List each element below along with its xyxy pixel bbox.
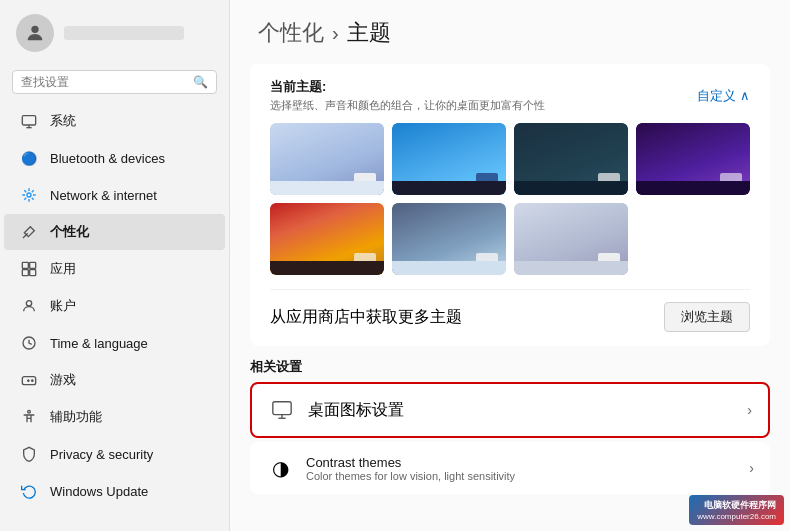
sidebar-item-system[interactable]: 系统 [4,103,225,139]
current-theme-card: 当前主题: 选择壁纸、声音和颜色的组合，让你的桌面更加富有个性 自定义 ∧ [250,64,770,346]
svg-rect-5 [22,262,28,268]
privacy-icon [20,445,38,463]
gaming-icon [20,371,38,389]
network-icon [20,186,38,204]
contrast-themes-icon: ◑ [266,454,294,482]
search-box[interactable]: 🔍 [12,70,217,94]
expand-icon: ∧ [740,88,750,103]
theme-item-3[interactable] [514,123,628,195]
sidebar-item-time-label: Time & language [50,336,148,351]
sidebar-item-personalization-label: 个性化 [50,223,89,241]
accessibility-icon [20,408,38,426]
page-header: 个性化 › 主题 [230,0,790,58]
more-themes-text: 从应用商店中获取更多主题 [270,307,462,328]
windows-update-icon [20,482,38,500]
svg-point-9 [26,301,31,306]
theme-item-1[interactable] [270,123,384,195]
sidebar-item-time[interactable]: Time & language [4,325,225,361]
browse-themes-button[interactable]: 浏览主题 [664,302,750,332]
theme-item-2[interactable] [392,123,506,195]
svg-point-14 [32,380,33,381]
setting-item-contrast-themes-left: ◑ Contrast themes Color themes for low v… [266,454,515,482]
current-theme-subtitle: 选择壁纸、声音和颜色的组合，让你的桌面更加富有个性 [270,98,545,113]
avatar [16,14,54,52]
sidebar-item-accessibility-label: 辅助功能 [50,408,102,426]
svg-rect-8 [30,270,36,276]
breadcrumb: 个性化 [258,18,324,48]
sidebar-item-privacy-label: Privacy & security [50,447,153,462]
apps-icon [20,260,38,278]
sidebar-item-gaming-label: 游戏 [50,371,76,389]
sidebar-item-windows-update[interactable]: Windows Update [4,473,225,509]
sidebar-item-bluetooth-label: Bluetooth & devices [50,151,165,166]
breadcrumb-arrow: › [332,22,339,45]
svg-rect-16 [273,402,291,415]
customize-link[interactable]: 自定义 ∧ [697,87,750,105]
svg-rect-1 [22,116,35,125]
system-icon [20,112,38,130]
theme-item-5[interactable] [270,203,384,275]
watermark-line2: www.computer26.com [697,512,776,521]
chevron-right-icon: › [747,402,752,418]
page-title: 主题 [347,18,391,48]
accounts-icon [20,297,38,315]
watermark-line1: 电脑软硬件程序网 [704,499,776,512]
user-name-placeholder [64,26,184,40]
setting-item-contrast-themes[interactable]: ◑ Contrast themes Color themes for low v… [250,442,770,494]
contrast-themes-sublabel: Color themes for low vision, light sensi… [306,470,515,482]
watermark: 电脑软硬件程序网 www.computer26.com [689,495,784,525]
current-theme-title: 当前主题: [270,78,545,96]
sidebar-item-accounts[interactable]: 账户 [4,288,225,324]
chevron-right-icon-2: › [749,460,754,476]
sidebar-item-apps-label: 应用 [50,260,76,278]
sidebar-item-network-label: Network & internet [50,188,157,203]
svg-rect-6 [30,262,36,268]
sidebar-item-privacy[interactable]: Privacy & security [4,436,225,472]
customize-label: 自定义 [697,87,736,105]
sidebar-item-gaming[interactable]: 游戏 [4,362,225,398]
search-input[interactable] [21,75,187,89]
desktop-icons-label: 桌面图标设置 [308,400,404,421]
bluetooth-icon: 🔵 [20,149,38,167]
desktop-icons-icon [268,396,296,424]
theme-item-6[interactable] [392,203,506,275]
nav-items: 系统 🔵 Bluetooth & devices Network & inter… [0,102,229,531]
user-profile[interactable] [0,0,229,66]
svg-point-15 [28,410,31,413]
time-icon [20,334,38,352]
personalization-icon [20,223,38,241]
svg-rect-7 [22,270,28,276]
sidebar-item-personalization[interactable]: 个性化 [4,214,225,250]
sidebar-item-accounts-label: 账户 [50,297,76,315]
theme-item-4[interactable] [636,123,750,195]
sidebar-item-apps[interactable]: 应用 [4,251,225,287]
main-content: 个性化 › 主题 当前主题: 选择壁纸、声音和颜色的组合，让你的桌面更加富有个性… [230,0,790,531]
related-settings-title: 相关设置 [250,358,770,376]
contrast-themes-label: Contrast themes [306,455,515,470]
sidebar: 🔍 系统 🔵 Bluetooth & devices Network & int… [0,0,230,531]
contrast-themes-text: Contrast themes Color themes for low vis… [306,455,515,482]
sidebar-item-windows-update-label: Windows Update [50,484,148,499]
sidebar-item-bluetooth[interactable]: 🔵 Bluetooth & devices [4,140,225,176]
theme-grid [270,123,750,275]
search-icon: 🔍 [193,75,208,89]
sidebar-item-network[interactable]: Network & internet [4,177,225,213]
setting-item-desktop-icons-left: 桌面图标设置 [268,396,404,424]
svg-point-0 [31,26,38,33]
more-themes-row: 从应用商店中获取更多主题 浏览主题 [270,289,750,332]
sidebar-item-system-label: 系统 [50,112,76,130]
sidebar-item-accessibility[interactable]: 辅助功能 [4,399,225,435]
setting-item-desktop-icons[interactable]: 桌面图标设置 › [250,382,770,438]
theme-item-7[interactable] [514,203,628,275]
current-theme-header: 当前主题: 选择壁纸、声音和颜色的组合，让你的桌面更加富有个性 自定义 ∧ [270,78,750,113]
svg-point-4 [27,193,31,197]
